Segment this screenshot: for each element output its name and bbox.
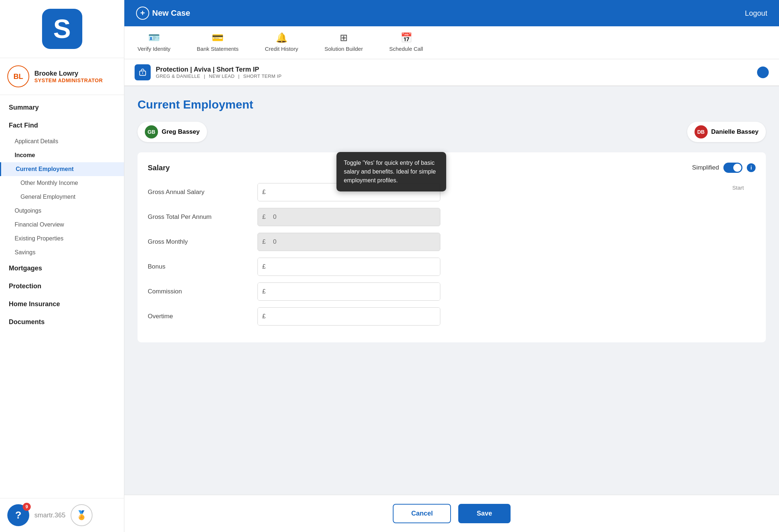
sidebar-item-income[interactable]: Income bbox=[0, 148, 124, 162]
new-case-icon: + bbox=[136, 7, 149, 20]
applicant-tab-danielle[interactable]: DB Danielle Bassey bbox=[687, 122, 766, 142]
tab-schedule-call[interactable]: 📅 Schedule Call bbox=[376, 26, 436, 59]
bonus-input[interactable] bbox=[270, 258, 440, 276]
tab-credit-history[interactable]: 🔔 Credit History bbox=[252, 26, 311, 59]
case-meta: GREG & DANIELLE | NEW LEAD | SHORT TERM … bbox=[156, 73, 284, 79]
tab-verify-identity-label: Verify Identity bbox=[138, 46, 170, 52]
form-row-commission: Commission £ bbox=[148, 282, 756, 301]
label-overtime: Overtime bbox=[148, 313, 250, 320]
input-wrap-gross-monthly: £ bbox=[257, 233, 440, 251]
case-meta-type: SHORT TERM IP bbox=[243, 73, 282, 79]
simplified-label: Simplified bbox=[692, 164, 719, 171]
case-details: Protection | Aviva | Short Term IP GREG … bbox=[156, 66, 284, 79]
label-gross-monthly: Gross Monthly bbox=[148, 238, 250, 246]
user-name: Brooke Lowry bbox=[34, 70, 103, 77]
sidebar-item-general-employment[interactable]: General Employment bbox=[0, 190, 124, 204]
schedule-call-icon: 📅 bbox=[400, 32, 412, 43]
sidebar-item-documents[interactable]: Documents bbox=[0, 313, 124, 331]
sidebar-logo: S bbox=[0, 0, 124, 58]
sidebar-item-applicant-details[interactable]: Applicant Details bbox=[0, 134, 124, 148]
credit-history-icon: 🔔 bbox=[276, 32, 287, 43]
form-row-bonus: Bonus £ bbox=[148, 258, 756, 276]
logout-label: Logout bbox=[745, 9, 767, 17]
info-icon[interactable]: i bbox=[747, 163, 756, 172]
case-meta-status: NEW LEAD bbox=[209, 73, 234, 79]
prefix-symbol-bonus: £ bbox=[258, 258, 270, 276]
tooltip: Toggle 'Yes' for quick entry of basic sa… bbox=[336, 152, 446, 191]
cancel-button[interactable]: Cancel bbox=[393, 504, 451, 523]
simplified-toggle[interactable] bbox=[723, 163, 742, 173]
overtime-input[interactable] bbox=[270, 308, 440, 325]
seal-icon: 🏅 bbox=[71, 504, 93, 526]
applicant-tab-greg[interactable]: GB Greg Bassey bbox=[138, 122, 207, 142]
help-badge: 9 bbox=[23, 503, 31, 511]
greg-name: Greg Bassey bbox=[162, 128, 200, 136]
solution-builder-icon: ⊞ bbox=[340, 32, 348, 43]
form-row-overtime: Overtime £ bbox=[148, 307, 756, 326]
new-case-button[interactable]: + New Case bbox=[136, 7, 190, 20]
nav-section: Summary Fact Find Applicant Details Inco… bbox=[0, 95, 124, 498]
input-wrap-overtime: £ bbox=[257, 307, 440, 326]
save-button[interactable]: Save bbox=[458, 504, 510, 523]
main-content: + New Case Logout 🪪 Verify Identity 💳 Ba… bbox=[124, 0, 779, 532]
tab-nav: 🪪 Verify Identity 💳 Bank Statements 🔔 Cr… bbox=[124, 26, 779, 59]
sidebar-item-protection[interactable]: Protection bbox=[0, 277, 124, 295]
sidebar-item-other-monthly-income[interactable]: Other Monthly Income bbox=[0, 176, 124, 190]
app-logo: S bbox=[42, 9, 82, 49]
commission-input[interactable] bbox=[270, 283, 440, 300]
danielle-name: Danielle Bassey bbox=[711, 128, 759, 136]
tab-schedule-call-label: Schedule Call bbox=[389, 46, 423, 52]
sidebar-item-current-employment[interactable]: Current Employment bbox=[0, 162, 124, 176]
sidebar-item-fact-find[interactable]: Fact Find bbox=[0, 117, 124, 134]
case-badge-right bbox=[757, 66, 769, 78]
gross-total-per-annum-input bbox=[270, 208, 440, 226]
tab-verify-identity[interactable]: 🪪 Verify Identity bbox=[124, 26, 184, 59]
input-prefix-gross-monthly: £ bbox=[257, 233, 440, 251]
tab-solution-builder-label: Solution Builder bbox=[324, 46, 363, 52]
sidebar: S BL Brooke Lowry SYSTEM ADMINISTRATOR S… bbox=[0, 0, 124, 532]
sidebar-item-savings[interactable]: Savings bbox=[0, 246, 124, 259]
input-prefix-bonus: £ bbox=[257, 258, 440, 276]
label-commission: Commission bbox=[148, 288, 250, 295]
brand-logo: smartr.365 bbox=[34, 512, 65, 519]
input-wrap-commission: £ bbox=[257, 282, 440, 301]
salary-header: Salary Simplified i bbox=[148, 163, 756, 173]
case-icon bbox=[135, 64, 151, 80]
sidebar-item-existing-properties[interactable]: Existing Properties bbox=[0, 232, 124, 246]
avatar: BL bbox=[7, 65, 29, 87]
tab-bank-statements-label: Bank Statements bbox=[197, 46, 238, 52]
input-prefix-gross-total: £ bbox=[257, 208, 440, 226]
sidebar-item-financial-overview[interactable]: Financial Overview bbox=[0, 218, 124, 232]
case-info-bar: Protection | Aviva | Short Term IP GREG … bbox=[124, 59, 779, 86]
form-row-gross-monthly: Gross Monthly £ bbox=[148, 233, 756, 251]
tab-bank-statements[interactable]: 💳 Bank Statements bbox=[184, 26, 252, 59]
label-gross-annual-salary: Gross Annual Salary bbox=[148, 189, 250, 196]
sidebar-item-home-insurance[interactable]: Home Insurance bbox=[0, 295, 124, 313]
prefix-symbol-overtime: £ bbox=[258, 308, 270, 325]
sidebar-item-mortgages[interactable]: Mortgages bbox=[0, 259, 124, 277]
logo-letter: S bbox=[53, 16, 71, 42]
action-bar: Cancel Save bbox=[124, 495, 779, 532]
label-bonus: Bonus bbox=[148, 263, 250, 270]
tooltip-text: Toggle 'Yes' for quick entry of basic sa… bbox=[344, 160, 436, 183]
gross-monthly-input bbox=[270, 233, 440, 251]
sidebar-item-outgoings[interactable]: Outgoings bbox=[0, 204, 124, 218]
verify-identity-icon: 🪪 bbox=[148, 32, 160, 43]
sidebar-item-summary[interactable]: Summary bbox=[0, 99, 124, 117]
form-row-gross-annual-salary: Gross Annual Salary £ bbox=[148, 183, 756, 201]
form-section: Salary Simplified i Gross Annual Salary … bbox=[138, 152, 766, 342]
help-button[interactable]: ? 9 bbox=[7, 504, 29, 526]
case-meta-sep2: | bbox=[238, 73, 240, 79]
user-role: SYSTEM ADMINISTRATOR bbox=[34, 77, 103, 83]
user-section: BL Brooke Lowry SYSTEM ADMINISTRATOR bbox=[0, 58, 124, 95]
tab-credit-history-label: Credit History bbox=[265, 46, 298, 52]
danielle-avatar: DB bbox=[695, 125, 708, 138]
sidebar-footer: ? 9 smartr.365 🏅 bbox=[0, 498, 124, 532]
page-title: Current Employment bbox=[138, 98, 766, 111]
bank-statements-icon: 💳 bbox=[212, 32, 223, 43]
help-icon: ? bbox=[15, 509, 21, 521]
tab-solution-builder[interactable]: ⊞ Solution Builder bbox=[311, 26, 376, 59]
input-wrap-gross-total: £ bbox=[257, 208, 440, 226]
simplified-row: Simplified i bbox=[692, 163, 756, 173]
logout-button[interactable]: Logout bbox=[745, 9, 767, 18]
